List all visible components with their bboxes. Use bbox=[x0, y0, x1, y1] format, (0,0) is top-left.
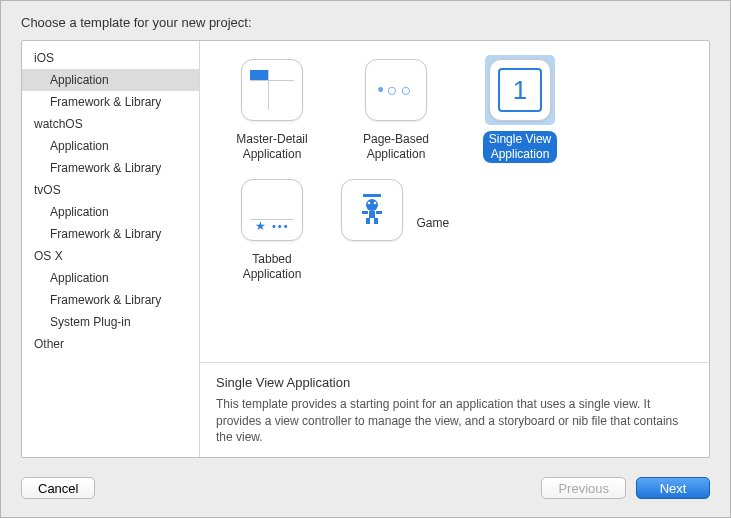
sidebar-item-watchos-framework[interactable]: Framework & Library bbox=[22, 157, 199, 179]
sidebar-group-ios[interactable]: iOS bbox=[22, 47, 199, 69]
template-master-detail[interactable]: Master-Detail Application bbox=[210, 55, 334, 163]
sidebar-item-osx-framework[interactable]: Framework & Library bbox=[22, 289, 199, 311]
svg-point-2 bbox=[368, 201, 371, 204]
template-label: Game bbox=[410, 215, 455, 232]
sidebar-group-other[interactable]: Other bbox=[22, 333, 199, 355]
template-grid: Master-Detail Application •○○ Page-Based… bbox=[200, 41, 709, 362]
sidebar-item-ios-application[interactable]: Application bbox=[22, 69, 199, 91]
svg-rect-8 bbox=[374, 218, 378, 224]
sidebar-group-tvos[interactable]: tvOS bbox=[22, 179, 199, 201]
content-area: iOS Application Framework & Library watc… bbox=[21, 40, 710, 458]
description-text: This template provides a starting point … bbox=[216, 396, 693, 445]
cancel-button[interactable]: Cancel bbox=[21, 477, 95, 499]
single-view-icon: 1 bbox=[489, 59, 551, 121]
svg-point-3 bbox=[374, 201, 377, 204]
sidebar-group-osx[interactable]: OS X bbox=[22, 245, 199, 267]
dialog-footer: Cancel Previous Next bbox=[1, 465, 730, 517]
next-button[interactable]: Next bbox=[636, 477, 710, 499]
dialog-header: Choose a template for your new project: bbox=[1, 1, 730, 40]
template-description: Single View Application This template pr… bbox=[200, 362, 709, 457]
sidebar-item-ios-framework[interactable]: Framework & Library bbox=[22, 91, 199, 113]
template-single-view[interactable]: 1 Single View Application bbox=[458, 55, 582, 163]
template-page-based[interactable]: •○○ Page-Based Application bbox=[334, 55, 458, 163]
game-icon bbox=[341, 179, 403, 241]
tabbed-icon: ★••• bbox=[241, 179, 303, 241]
template-tabbed[interactable]: ★••• Tabbed Application bbox=[210, 175, 334, 283]
svg-rect-7 bbox=[366, 218, 370, 224]
svg-rect-5 bbox=[362, 211, 368, 214]
sidebar-group-watchos[interactable]: watchOS bbox=[22, 113, 199, 135]
previous-button: Previous bbox=[541, 477, 626, 499]
svg-rect-0 bbox=[363, 194, 381, 197]
template-label: Single View Application bbox=[483, 131, 557, 163]
template-label: Page-Based Application bbox=[357, 131, 435, 163]
template-label: Tabbed Application bbox=[237, 251, 308, 283]
template-game[interactable]: Game bbox=[334, 175, 458, 283]
platform-sidebar: iOS Application Framework & Library watc… bbox=[22, 41, 200, 457]
sidebar-item-osx-system-plugin[interactable]: System Plug-in bbox=[22, 311, 199, 333]
svg-point-1 bbox=[366, 199, 378, 211]
master-detail-icon bbox=[241, 59, 303, 121]
sidebar-item-osx-application[interactable]: Application bbox=[22, 267, 199, 289]
sidebar-item-tvos-framework[interactable]: Framework & Library bbox=[22, 223, 199, 245]
svg-rect-6 bbox=[376, 211, 382, 214]
svg-rect-4 bbox=[369, 211, 375, 218]
sidebar-item-watchos-application[interactable]: Application bbox=[22, 135, 199, 157]
dialog-title: Choose a template for your new project: bbox=[21, 15, 252, 30]
template-label: Master-Detail Application bbox=[230, 131, 313, 163]
main-panel: Master-Detail Application •○○ Page-Based… bbox=[200, 41, 709, 457]
page-based-icon: •○○ bbox=[365, 59, 427, 121]
sidebar-item-tvos-application[interactable]: Application bbox=[22, 201, 199, 223]
description-title: Single View Application bbox=[216, 375, 693, 390]
